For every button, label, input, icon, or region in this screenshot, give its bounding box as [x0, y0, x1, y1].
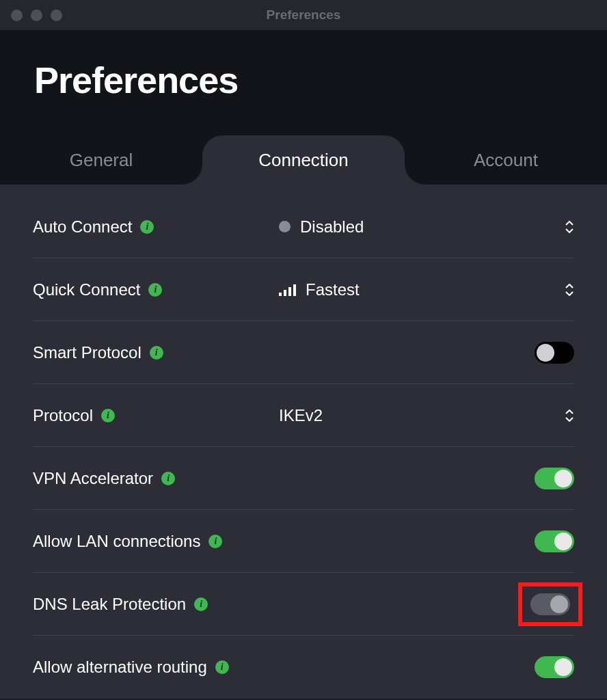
info-icon[interactable]: i [215, 660, 229, 674]
info-icon[interactable]: i [208, 535, 222, 548]
toggle-knob [537, 344, 554, 362]
row-alt-routing: Allow alternative routing i [33, 636, 574, 699]
status-dot-icon [279, 221, 291, 232]
info-icon[interactable]: i [161, 472, 175, 485]
tab-general-label: General [70, 150, 133, 171]
vpn-accelerator-label: VPN Accelerator [33, 469, 153, 488]
row-allow-lan: Allow LAN connections i [33, 510, 574, 573]
row-vpn-accelerator: VPN Accelerator i [33, 447, 574, 510]
allow-lan-toggle[interactable] [535, 530, 574, 552]
chevron-up-down-icon[interactable] [565, 282, 574, 298]
page-title: Preferences [34, 59, 573, 101]
chevron-up-down-icon[interactable] [565, 407, 574, 424]
auto-connect-label: Auto Connect [33, 217, 132, 237]
info-icon[interactable]: i [140, 220, 154, 234]
quick-connect-value: Fastest [306, 280, 360, 299]
smart-protocol-toggle[interactable] [535, 342, 574, 364]
protocol-value: IKEv2 [279, 406, 323, 425]
info-icon[interactable]: i [194, 597, 208, 611]
protocol-label: Protocol [33, 406, 93, 425]
tab-connection-label: Connection [258, 150, 349, 171]
protocol-select[interactable]: IKEv2 [279, 406, 565, 425]
vpn-accelerator-toggle[interactable] [535, 468, 574, 489]
auto-connect-select[interactable]: Disabled [279, 217, 565, 237]
alt-routing-toggle[interactable] [535, 656, 574, 678]
dns-leak-toggle[interactable] [530, 593, 570, 615]
allow-lan-label: Allow LAN connections [33, 532, 200, 551]
info-icon[interactable]: i [148, 283, 162, 297]
toggle-knob [554, 470, 572, 487]
row-dns-leak-protection: DNS Leak Protection i [33, 573, 574, 636]
toggle-knob [550, 595, 568, 613]
toggle-knob [554, 533, 572, 550]
row-protocol: Protocol i IKEv2 [33, 384, 574, 447]
header: Preferences [0, 30, 607, 135]
window-controls [11, 10, 62, 21]
smart-protocol-label: Smart Protocol [33, 343, 141, 362]
settings-panel: Auto Connect i Disabled Quick Connect i … [0, 185, 607, 699]
tab-general[interactable]: General [0, 135, 202, 185]
titlebar: Preferences [0, 0, 607, 30]
window-title: Preferences [267, 8, 341, 23]
info-icon[interactable]: i [101, 409, 115, 422]
alt-routing-label: Allow alternative routing [33, 658, 207, 677]
tab-account-label: Account [474, 150, 538, 171]
minimize-window-button[interactable] [31, 10, 42, 21]
signal-icon [279, 284, 296, 296]
row-auto-connect: Auto Connect i Disabled [33, 196, 574, 258]
tab-connection[interactable]: Connection [202, 135, 405, 185]
tabs-container: General Connection Account [0, 135, 607, 185]
info-icon[interactable]: i [150, 346, 163, 360]
dns-leak-label: DNS Leak Protection [33, 595, 186, 614]
tab-account[interactable]: Account [405, 135, 607, 185]
quick-connect-label: Quick Connect [33, 280, 140, 299]
highlight-annotation [518, 582, 582, 626]
row-quick-connect: Quick Connect i Fastest [33, 258, 574, 321]
zoom-window-button[interactable] [51, 10, 62, 21]
row-smart-protocol: Smart Protocol i [33, 321, 574, 384]
toggle-knob [554, 658, 572, 676]
close-window-button[interactable] [11, 10, 23, 21]
chevron-up-down-icon[interactable] [565, 219, 574, 235]
quick-connect-select[interactable]: Fastest [279, 280, 565, 299]
auto-connect-value: Disabled [300, 217, 364, 237]
